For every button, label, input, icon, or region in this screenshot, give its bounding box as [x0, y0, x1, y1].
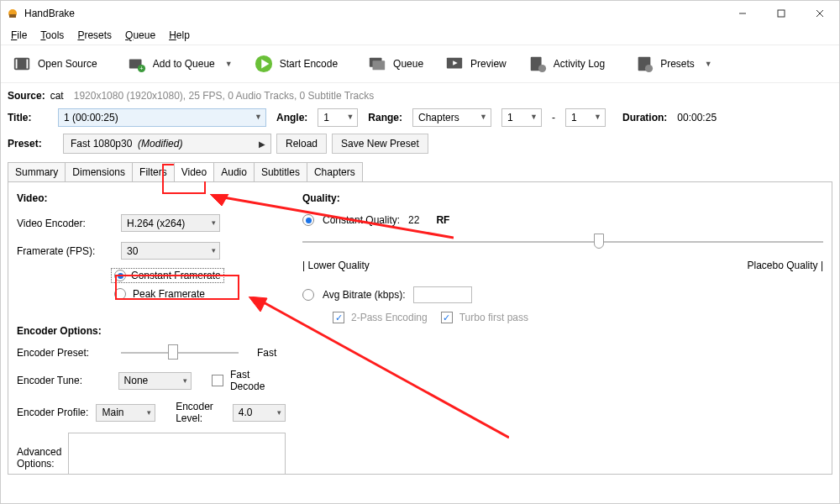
open-source-button[interactable]: Open Source — [4, 50, 106, 78]
menubar: File Tools Presets Queue Help — [1, 26, 839, 45]
presets-icon — [635, 55, 654, 73]
encoder-preset-slider[interactable] — [121, 345, 239, 360]
tab-summary[interactable]: Summary — [8, 162, 66, 181]
svg-rect-8 — [27, 60, 29, 69]
fast-decode-checkbox[interactable] — [212, 375, 223, 386]
presets-label: Presets — [660, 58, 695, 70]
presets-button[interactable]: Presets ▼ — [627, 50, 721, 78]
encoder-profile-value: Main — [102, 407, 123, 418]
triangle-right-icon: ▶ — [259, 139, 265, 149]
app-title: HandBrake — [24, 8, 75, 19]
open-source-label: Open Source — [38, 58, 97, 70]
svg-point-21 — [645, 65, 653, 72]
menu-queue[interactable]: Queue — [118, 28, 162, 43]
title-select[interactable]: 1 (00:00:25) ▼ — [58, 108, 266, 127]
video-encoder-label: Video Encoder: — [17, 218, 114, 229]
close-button[interactable] — [801, 1, 839, 26]
range-sep: - — [552, 112, 555, 123]
range-label: Range: — [368, 112, 402, 123]
source-label: Source: — [8, 90, 45, 102]
encoder-level-label: Encoder Level: — [176, 401, 226, 424]
start-encode-button[interactable]: Start Encode — [246, 50, 346, 78]
peak-framerate-label: Peak Framerate — [133, 288, 205, 300]
preview-label: Preview — [470, 58, 507, 70]
advanced-options-label: Advanced Options: — [17, 446, 61, 470]
menu-file[interactable]: File — [4, 28, 34, 43]
video-encoder-select[interactable]: H.264 (x264) ▾ — [121, 214, 220, 232]
angle-label: Angle: — [276, 112, 307, 123]
constant-framerate-label: Constant Framerate — [131, 270, 221, 281]
svg-rect-7 — [16, 60, 18, 69]
activity-log-button[interactable]: Activity Log — [520, 50, 613, 78]
duration-value: 00:00:25 — [677, 112, 717, 123]
preview-button[interactable]: Preview — [437, 50, 515, 78]
chevron-down-icon: ▼ — [255, 113, 262, 121]
title-label: Title: — [8, 112, 48, 123]
add-to-queue-button[interactable]: + Add to Queue ▼ — [119, 50, 241, 78]
chevron-down-icon: ▼ — [346, 113, 354, 121]
preview-icon — [445, 55, 464, 73]
encoder-tune-select[interactable]: None ▾ — [118, 372, 192, 390]
tab-filters[interactable]: Filters — [132, 162, 175, 181]
chevron-down-icon[interactable]: ▼ — [705, 60, 712, 68]
menu-tools[interactable]: Tools — [34, 28, 71, 43]
annotation-arrow-1 — [210, 194, 454, 244]
encoder-tune-value: None — [124, 375, 149, 386]
svg-line-24 — [262, 302, 509, 438]
maximize-button[interactable] — [762, 1, 801, 26]
framerate-select[interactable]: 30 ▾ — [121, 242, 220, 260]
framerate-value: 30 — [127, 245, 138, 257]
tab-chapters[interactable]: Chapters — [307, 162, 363, 181]
menu-presets[interactable]: Presets — [71, 28, 118, 43]
chevron-down-icon: ▾ — [183, 376, 187, 385]
range-to-select[interactable]: 1 ▼ — [565, 108, 606, 127]
range-type-select[interactable]: Chapters ▼ — [412, 108, 491, 127]
svg-text:+: + — [139, 65, 143, 72]
titlebar: HandBrake — [1, 1, 839, 26]
queue-icon — [368, 55, 386, 73]
preset-name: Fast 1080p30 — [71, 138, 132, 150]
tab-audio[interactable]: Audio — [213, 162, 255, 181]
lower-quality-label: | Lower Quality — [302, 260, 370, 271]
tab-dimensions[interactable]: Dimensions — [65, 162, 133, 181]
add-queue-icon: + — [128, 55, 146, 73]
range-from-select[interactable]: 1 ▼ — [501, 108, 542, 127]
constant-framerate-radio[interactable] — [114, 270, 126, 281]
queue-button[interactable]: Queue — [360, 50, 432, 78]
start-encode-label: Start Encode — [280, 58, 338, 70]
minimize-button[interactable] — [723, 1, 762, 26]
encoder-options-heading: Encoder Options: — [17, 325, 286, 337]
angle-value: 1 — [323, 112, 329, 123]
svg-marker-23 — [210, 194, 228, 206]
preset-row: Preset: Fast 1080p30 (Modified) ▶ Reload… — [8, 134, 832, 154]
svg-rect-15 — [373, 60, 386, 70]
save-new-preset-button[interactable]: Save New Preset — [332, 134, 428, 154]
source-row: Source: cat 1920x1080 (1920x1080), 25 FP… — [8, 90, 832, 102]
framerate-label: Framerate (FPS): — [17, 245, 114, 257]
svg-rect-3 — [778, 10, 785, 17]
chevron-down-icon: ▼ — [530, 113, 538, 121]
title-select-value: 1 (00:00:25) — [64, 112, 118, 123]
tab-subtitles[interactable]: Subtitles — [254, 162, 307, 181]
video-encoder-value: H.264 (x264) — [127, 218, 185, 229]
annotation-arrow-2 — [249, 297, 509, 439]
preset-select[interactable]: Fast 1080p30 (Modified) ▶ — [63, 134, 271, 154]
encoder-profile-select[interactable]: Main ▾ — [96, 404, 155, 422]
menu-help[interactable]: Help — [162, 28, 197, 43]
reload-button[interactable]: Reload — [276, 134, 327, 154]
range-type-value: Chapters — [418, 112, 459, 123]
chevron-down-icon: ▾ — [147, 408, 151, 417]
chevron-down-icon[interactable]: ▼ — [225, 60, 233, 68]
peak-framerate-radio[interactable] — [114, 288, 126, 300]
app-icon — [6, 7, 19, 20]
encoder-preset-label: Encoder Preset: — [17, 347, 114, 359]
svg-line-22 — [223, 197, 454, 238]
angle-select[interactable]: 1 ▼ — [318, 108, 358, 127]
chevron-down-icon: ▼ — [594, 113, 601, 121]
toolbar: Open Source + Add to Queue ▼ Start Encod… — [1, 45, 839, 83]
tab-video[interactable]: Video — [174, 162, 214, 181]
video-panel: Video: Video Encoder: H.264 (x264) ▾ Fra… — [8, 182, 832, 475]
preset-modified: (Modified) — [138, 138, 182, 150]
svg-rect-1 — [9, 14, 16, 18]
svg-marker-25 — [249, 297, 267, 312]
